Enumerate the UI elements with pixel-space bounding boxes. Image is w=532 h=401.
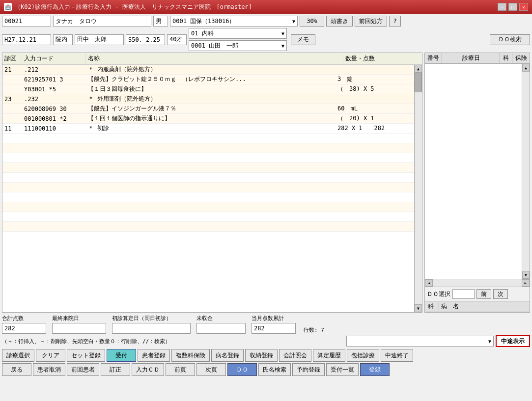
table-rows-container: 21 .212 ＊ 内服薬剤（院外処方） 621925701 3 【般先】クラビ… [2, 65, 414, 312]
next-page-button[interactable]: 次頁 [196, 363, 226, 376]
col-header-qty: 数量・点数 [343, 54, 422, 63]
cell-input-code [22, 197, 86, 198]
table-row[interactable] [2, 143, 414, 153]
table-row[interactable]: 23 .232 ＊ 外用薬剤（院外処方） [2, 94, 414, 104]
input-cd-button[interactable]: 入力ＣＤ [132, 363, 164, 376]
cell-input-code: 621925701 3 [22, 76, 86, 83]
disease-register-button[interactable]: 病名登録 [211, 349, 244, 362]
comprehensive-care-button[interactable]: 包括診療 [347, 349, 379, 362]
reception-list-button[interactable]: 受付一覧 [326, 363, 359, 376]
unpaid-label: 未収金 [196, 315, 246, 322]
do-prev-button[interactable]: 前 [476, 289, 491, 299]
cell-qty [336, 158, 414, 159]
reception-button[interactable]: 受付 [107, 349, 136, 362]
rp-col-date: 診療日 [442, 53, 500, 63]
rp-scroll-up[interactable]: ▲ [522, 64, 530, 72]
scroll-down-btn[interactable]: ▼ [415, 304, 422, 312]
table-row[interactable] [2, 212, 414, 222]
account-check-button[interactable]: 会計照会 [279, 349, 311, 362]
cell-shinku [2, 167, 22, 168]
cell-input-code [22, 177, 86, 178]
rp-scroll-right[interactable]: ► [522, 279, 530, 287]
patient-id-field: 00021 [2, 16, 51, 27]
right-panel: 番号 診療日 科 保険 ▲ ▼ ◄ ► [424, 53, 530, 313]
cell-qty [336, 69, 414, 70]
department-dropdown[interactable]: 01 内科 ▼ [189, 28, 287, 39]
cell-input-code: Y03001 *5 [22, 85, 86, 93]
multi-insurance-button[interactable]: 複数科保険 [171, 349, 210, 362]
calc-history-button[interactable]: 算定履歴 [313, 349, 345, 362]
right-panel-header: 番号 診療日 科 保険 [425, 53, 530, 64]
cell-qty [336, 187, 414, 188]
table-row[interactable] [2, 163, 414, 173]
cell-shinku [2, 118, 22, 119]
table-scrollbar-v[interactable]: ▲ ▼ [414, 65, 422, 312]
table-row[interactable] [2, 183, 414, 192]
table-row[interactable]: 621925701 3 【般先】クラビット錠２５０ｍｇ （レボフロキサシン...… [2, 75, 414, 84]
register-button[interactable]: 登録 [360, 363, 390, 376]
scroll-thumb[interactable] [415, 73, 422, 92]
cell-name [86, 226, 336, 227]
birth-date-field: S50. 2.25 [126, 34, 165, 45]
cell-input-code [22, 148, 86, 149]
totals-area: 合計点数 282 最終来院日 初診算定日（同日初診） 未収金 当月点数累計 28… [2, 315, 530, 334]
prev-patient-button[interactable]: 前回患者 [67, 363, 99, 376]
insurance-dropdown[interactable]: 0001 国保（138016） ▼ [170, 16, 298, 27]
hint-input-dropdown[interactable]: ▼ [346, 336, 494, 347]
right-panel-scrollbar-v[interactable]: ▲ ▼ [522, 64, 530, 279]
table-row[interactable] [2, 222, 414, 232]
table-row[interactable] [2, 192, 414, 202]
table-row[interactable] [2, 153, 414, 163]
cell-qty [336, 148, 414, 149]
zoom-button[interactable]: 30% [300, 16, 324, 27]
patient-cancel-button[interactable]: 患者取消 [33, 363, 65, 376]
cell-input-code: .212 [22, 66, 86, 74]
do-input[interactable] [452, 289, 475, 299]
first-diag-label: 初診算定日（同日初診） [112, 315, 191, 322]
scroll-up-btn[interactable]: ▲ [415, 65, 422, 73]
table-row[interactable] [2, 134, 414, 143]
tougaraki-button[interactable]: 頭書き [326, 16, 353, 27]
prev-rx-button[interactable]: 前回処方 [355, 16, 387, 27]
right-panel-scrollbar-h[interactable]: ◄ ► [425, 279, 530, 287]
memo-button[interactable]: メモ [291, 34, 315, 45]
table-body: 21 .212 ＊ 内服薬剤（院外処方） 621925701 3 【般先】クラビ… [2, 65, 422, 312]
table-row[interactable]: 21 .212 ＊ 内服薬剤（院外処方） [2, 65, 414, 75]
do-search-button[interactable]: ＤＯ検索 [490, 34, 530, 45]
first-diag-group: 初診算定日（同日初診） [112, 315, 191, 334]
prev-page-button[interactable]: 前頁 [166, 363, 195, 376]
last-visit-value [52, 323, 106, 334]
close-button[interactable]: ✕ [519, 3, 528, 11]
payment-register-button[interactable]: 収納登録 [245, 349, 278, 362]
chutozu-button[interactable]: 中途表示 [496, 335, 530, 347]
table-row[interactable]: 620008969 30 【般先】イソジンガーグル液７％ 60 mL [2, 104, 414, 114]
table-row[interactable]: 11 111000110 ＊ 初診 282 X 1 282 [2, 124, 414, 134]
rp-scroll-left[interactable]: ◄ [425, 279, 433, 287]
table-row[interactable]: Y03001 *5 【１日３回毎食後に】 （ 38) X 5 [2, 84, 414, 94]
question-button[interactable]: ? [389, 16, 401, 27]
table-row[interactable] [2, 202, 414, 212]
appoint-register-button[interactable]: 予約登録 [292, 363, 325, 376]
doctor-dropdown[interactable]: 0001 山田 一郎 ▼ [189, 40, 287, 51]
back-button[interactable]: 戻る [2, 363, 31, 376]
clear-button[interactable]: クリア [36, 349, 65, 362]
rp-scroll-down[interactable]: ▼ [522, 271, 530, 279]
shinryo-select-button[interactable]: 診療選択 [2, 349, 34, 362]
do-next-button[interactable]: 次 [493, 289, 508, 299]
doctor-dropdown-arrow: ▼ [281, 43, 284, 49]
cell-input-code: 001000801 *2 [22, 115, 86, 123]
patient-register-button[interactable]: 患者登録 [138, 349, 170, 362]
midterm-end-button[interactable]: 中途終了 [381, 349, 413, 362]
minimize-button[interactable]: ─ [498, 3, 506, 11]
name-search-button[interactable]: 氏名検索 [258, 363, 291, 376]
correction-button[interactable]: 訂正 [101, 363, 130, 376]
hint-row: （＋：行挿入、－：剤削除、先頭空白・数量０：行削除、//：検索） ▼ 中途表示 [2, 335, 530, 347]
set-register-button[interactable]: セット登録 [67, 349, 105, 362]
cell-input-code [22, 138, 86, 139]
do-button[interactable]: ＤＯ [227, 363, 257, 376]
cell-input-code [22, 167, 86, 168]
table-row[interactable] [2, 173, 414, 183]
maximize-button[interactable]: □ [508, 3, 517, 11]
table-row[interactable]: 001000801 *2 【１回１個医師の指示通りに】 （ 20) X 1 [2, 114, 414, 124]
disease-col-name: 病 名 [439, 302, 528, 311]
